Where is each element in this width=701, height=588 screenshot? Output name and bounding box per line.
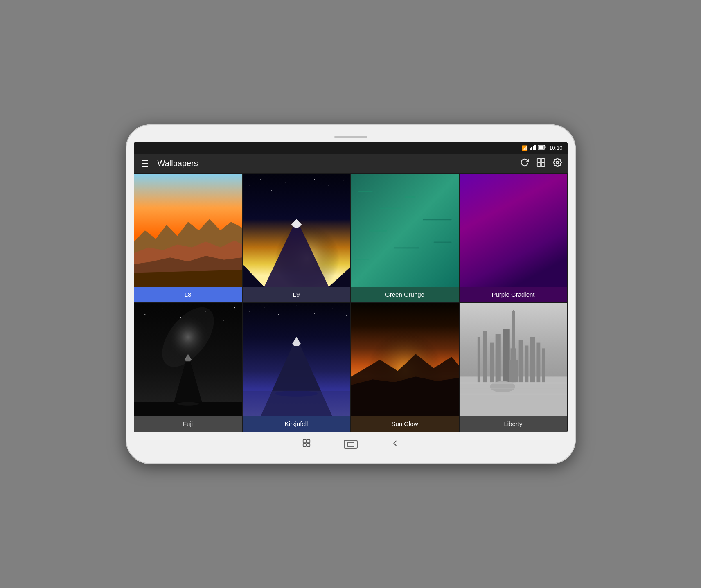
wallpaper-item-l8[interactable]: L8 <box>134 173 242 303</box>
menu-icon[interactable]: ☰ <box>140 157 150 170</box>
svg-point-26 <box>343 180 343 181</box>
svg-rect-73 <box>477 337 480 382</box>
svg-point-43 <box>144 314 145 315</box>
recent-apps-button[interactable] <box>298 436 315 452</box>
wallpaper-item-purple-gradient[interactable]: Purple Gradient <box>459 173 568 303</box>
status-icons: 📶 10:10 <box>522 145 563 151</box>
wallpaper-item-green-grunge[interactable]: Green Grunge <box>351 173 459 303</box>
wallpaper-label-liberty: Liberty <box>460 416 567 432</box>
svg-rect-5 <box>538 146 543 149</box>
status-time: 10:10 <box>549 145 563 151</box>
svg-rect-93 <box>307 444 309 446</box>
svg-rect-81 <box>518 340 523 382</box>
svg-rect-91 <box>303 444 306 446</box>
wallpaper-label-l8: L8 <box>134 287 242 302</box>
svg-point-47 <box>223 320 224 321</box>
svg-rect-10 <box>541 163 544 166</box>
svg-rect-88 <box>460 388 567 389</box>
wallpaper-label-green-grunge: Green Grunge <box>351 287 459 302</box>
svg-rect-39 <box>433 241 451 243</box>
svg-rect-9 <box>537 163 540 166</box>
wallpaper-label-l9: L9 <box>243 287 350 302</box>
svg-rect-6 <box>545 146 545 148</box>
svg-rect-33 <box>380 207 401 209</box>
svg-point-19 <box>249 185 250 186</box>
svg-rect-85 <box>542 348 545 382</box>
tablet-nav-bar <box>298 436 403 453</box>
svg-rect-32 <box>358 191 372 192</box>
svg-point-59 <box>296 305 296 306</box>
svg-point-53 <box>177 402 199 405</box>
svg-point-57 <box>264 307 264 308</box>
view-icon[interactable] <box>536 158 545 169</box>
svg-rect-7 <box>537 159 540 162</box>
wallpaper-item-kirkjufell[interactable]: Kirkjufell <box>242 303 351 432</box>
svg-marker-70 <box>351 376 459 416</box>
svg-point-60 <box>314 313 315 314</box>
refresh-icon[interactable] <box>520 158 529 169</box>
settings-icon[interactable] <box>553 158 562 169</box>
svg-rect-36 <box>369 230 387 232</box>
svg-rect-35 <box>423 219 451 220</box>
svg-rect-84 <box>536 342 540 382</box>
svg-rect-82 <box>525 345 528 382</box>
wallpaper-label-purple-gradient: Purple Gradient <box>460 287 567 302</box>
wallpaper-item-liberty[interactable]: Liberty <box>459 303 568 432</box>
svg-rect-40 <box>460 174 567 287</box>
svg-point-24 <box>314 179 314 180</box>
svg-rect-34 <box>405 196 415 198</box>
wifi-icon: 📶 <box>522 145 528 151</box>
svg-rect-31 <box>351 174 459 287</box>
svg-point-56 <box>249 311 250 312</box>
svg-rect-37 <box>394 247 419 248</box>
svg-marker-16 <box>134 270 242 286</box>
wallpaper-item-l9[interactable]: L9 <box>242 173 351 303</box>
svg-rect-87 <box>460 382 567 384</box>
wallpaper-label-fuji: Fuji <box>134 416 242 432</box>
tablet-speaker <box>334 136 367 138</box>
wallpaper-label-sun-glow: Sun Glow <box>351 416 459 432</box>
svg-point-20 <box>260 179 261 180</box>
svg-point-62 <box>346 315 347 316</box>
svg-rect-3 <box>534 145 536 150</box>
svg-point-48 <box>234 307 234 308</box>
svg-point-65 <box>275 390 318 396</box>
app-toolbar: ☰ Wallpapers <box>134 154 568 173</box>
wallpaper-grid: L8 <box>134 173 568 432</box>
svg-point-11 <box>556 161 559 164</box>
wallpaper-item-sun-glow[interactable]: Sun Glow <box>351 303 459 432</box>
svg-rect-80 <box>509 360 517 382</box>
status-bar: 📶 10:10 <box>134 142 568 154</box>
svg-point-58 <box>278 314 279 315</box>
svg-rect-89 <box>460 393 567 394</box>
wallpaper-item-fuji[interactable]: Fuji <box>134 303 242 432</box>
svg-rect-76 <box>495 334 500 382</box>
back-button[interactable] <box>386 436 403 452</box>
svg-point-22 <box>285 182 286 182</box>
home-button[interactable] <box>340 437 362 451</box>
svg-rect-74 <box>482 331 487 382</box>
svg-rect-77 <box>503 329 510 382</box>
svg-rect-38 <box>354 259 369 260</box>
svg-rect-8 <box>541 159 544 162</box>
svg-rect-0 <box>530 148 531 150</box>
app-title: Wallpapers <box>158 159 515 168</box>
svg-rect-2 <box>533 146 534 150</box>
tablet-screen: 📶 10:10 <box>134 142 568 432</box>
svg-point-44 <box>162 308 163 309</box>
wallpaper-label-kirkjufell: Kirkjufell <box>243 416 350 432</box>
svg-rect-1 <box>531 147 532 150</box>
svg-rect-83 <box>530 337 534 382</box>
svg-point-61 <box>332 308 332 309</box>
svg-point-23 <box>300 187 300 189</box>
svg-point-21 <box>271 190 272 191</box>
svg-rect-75 <box>490 342 494 382</box>
tablet-device: 📶 10:10 <box>126 124 576 464</box>
battery-icon <box>538 145 546 151</box>
signal-icon <box>530 145 536 151</box>
svg-point-25 <box>328 185 329 186</box>
svg-rect-90 <box>303 440 306 443</box>
svg-rect-92 <box>307 440 309 443</box>
toolbar-actions <box>520 158 562 169</box>
